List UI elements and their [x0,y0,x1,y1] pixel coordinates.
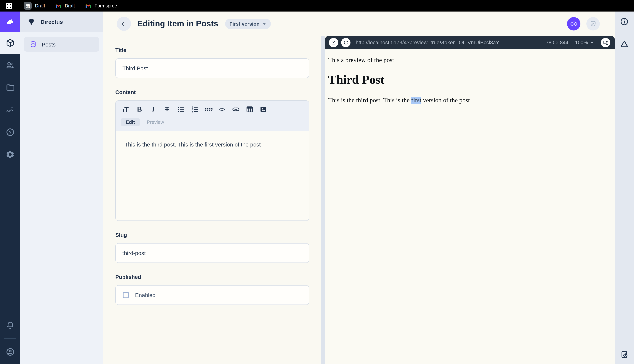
preview-iframe[interactable]: This a preview of the post Third Post Th… [325,49,615,364]
highlighted-word: first [411,97,421,104]
open-in-new-icon [331,40,336,45]
gear-icon [6,150,15,159]
item-form: Title Content tT B I T [103,36,321,364]
browser-tab[interactable]: 31 Draft [24,2,45,10]
browser-tab[interactable]: Draft [56,3,75,8]
module-content[interactable] [0,32,20,54]
shield-check-icon [589,20,597,28]
bell-icon [6,320,15,330]
changes-triangle-button[interactable] [620,40,629,48]
open-in-new-button[interactable] [329,38,338,47]
refresh-button[interactable] [341,38,350,47]
preview-toggle-button[interactable] [567,17,580,30]
content-row: Title Content tT B I T [103,36,615,364]
calendar-favicon: 31 [24,2,32,10]
image-button[interactable] [258,104,269,115]
title-input[interactable] [122,65,303,72]
users-icon [6,60,15,70]
preview-url[interactable]: http://localhost:5173/4?preview=true&tok… [356,40,540,45]
preview-heading: Third Post [328,73,612,87]
insights-icon [6,105,15,114]
gmail-favicon [85,3,91,8]
bold-button[interactable]: B [134,104,145,115]
revisions-button[interactable] [620,350,629,359]
slug-field[interactable] [115,243,309,263]
field-label-slug: Slug [115,232,309,238]
module-files[interactable] [0,76,20,98]
responsive-mode-button[interactable] [601,38,610,47]
preview-url-bar: http://localhost:5173/4?preview=true&tok… [325,36,615,49]
table-icon [246,105,254,114]
heading-icon: tT [123,106,129,113]
page-title: Editing Item in Posts [137,19,218,29]
chevron-down-icon [262,22,266,26]
refresh-icon [343,40,349,45]
project-fan-icon [27,17,36,26]
browser-tab-strip: 31 Draft Draft Formspree [0,0,634,12]
table-button[interactable] [244,104,255,115]
app-shell: ? [0,12,634,364]
zoom-value: 100% [575,40,588,45]
bullet-list-button[interactable] [175,104,186,115]
project-name: Directus [41,18,63,25]
screen: 31 Draft Draft Formspree [0,0,634,364]
preview-body-text: This is the third post. This is the firs… [328,97,612,104]
main-column: Editing Item in Posts First version [103,12,615,364]
notifications-button[interactable] [0,315,20,335]
preview-pane: http://localhost:5173/4?preview=true&tok… [325,36,615,364]
module-users[interactable] [0,54,20,76]
bold-icon: B [137,106,142,113]
tab-edit[interactable]: Edit [121,118,140,126]
link-button[interactable] [230,104,242,115]
project-header[interactable]: Directus [20,12,103,32]
italic-button[interactable]: I [148,104,159,115]
numbered-list-button[interactable]: 1 2 3 [189,104,200,115]
rabbit-icon [4,16,16,28]
content-textarea[interactable]: This is the third post. This is the firs… [116,131,309,220]
strikethrough-button[interactable]: T [162,104,173,115]
form-preview-divider [321,36,325,364]
page-header: Editing Item in Posts First version [103,12,615,36]
devices-icon [603,40,608,45]
sidebar-item-posts[interactable]: Posts [24,37,99,52]
version-selector[interactable]: First version [225,18,271,29]
browser-tab[interactable]: Formspree [85,3,117,8]
title-field[interactable] [115,58,309,78]
right-sidebar-rail [615,12,634,364]
module-bar-spacer [0,166,20,315]
slug-input[interactable] [122,250,303,256]
italic-icon: I [152,106,154,113]
bullet-list-icon [177,105,185,114]
module-help[interactable]: ? [0,121,20,143]
module-settings[interactable] [0,143,20,166]
published-field[interactable]: Enabled [115,285,309,305]
heading-button[interactable]: tT [120,104,131,115]
checkbox-indeterminate-icon[interactable] [122,291,130,299]
tab-preview[interactable]: Preview [142,118,169,126]
info-button[interactable] [620,17,629,26]
editor-tabs: Edit Preview [116,116,309,131]
body-before: This is the third post. This is the [328,97,411,104]
field-label-published: Published [115,274,309,280]
numbered-list-icon: 1 2 3 [191,105,199,114]
validation-button[interactable] [586,17,600,30]
strikethrough-icon: T [165,106,169,113]
field-label-title: Title [115,47,309,53]
tab-grid-icon[interactable] [5,2,13,10]
blockquote-button[interactable]: ”” [203,104,214,115]
preview-dimensions: 780 × 844 [546,40,568,45]
directus-logo[interactable] [0,12,20,32]
zoom-selector[interactable]: 100% [575,40,594,45]
body-after: version of the post [421,97,470,104]
code-button[interactable]: <> [217,104,228,115]
module-insights[interactable] [0,98,20,121]
svg-text:?: ? [9,130,11,134]
sidebar-item-label: Posts [42,41,56,48]
module-bar-divider [4,338,16,339]
preview-intro-text: This a preview of the post [328,56,612,64]
back-button[interactable] [117,17,131,31]
checkbox-label: Enabled [135,292,156,298]
account-button[interactable] [0,342,20,362]
module-bar: ? [0,12,20,364]
version-label: First version [229,21,260,26]
